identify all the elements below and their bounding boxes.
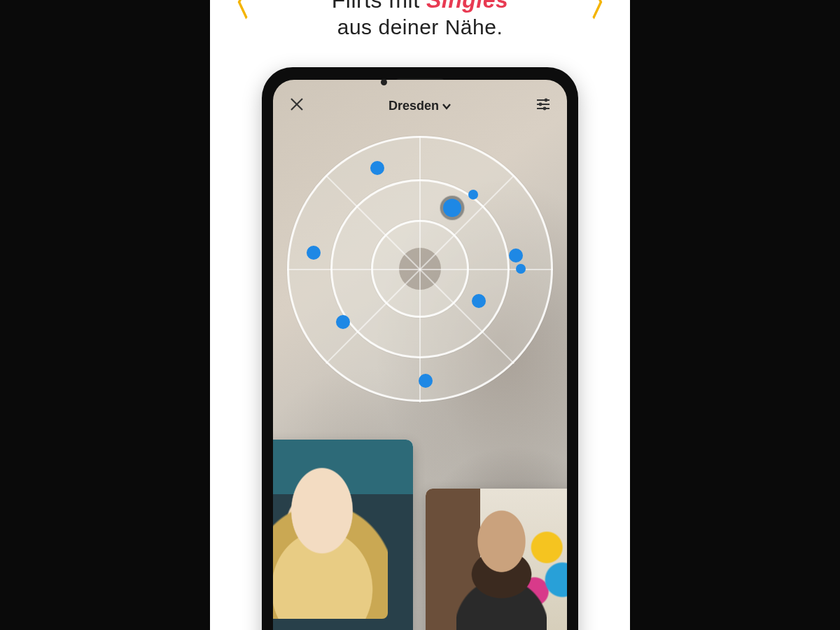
profile-card[interactable]: Elisa, 26 1.2km • Dresden, DE xyxy=(273,440,413,630)
svg-point-5 xyxy=(539,103,542,106)
close-button[interactable] xyxy=(288,96,305,115)
radar-dot[interactable] xyxy=(336,315,350,329)
headline-prefix: Flirts mit xyxy=(332,0,426,13)
chevron-right-icon xyxy=(590,0,604,28)
headline: Flirts mit Singles aus deiner Nähe. xyxy=(210,0,630,41)
chevron-left-icon xyxy=(236,0,250,28)
radar-dot[interactable] xyxy=(472,294,486,308)
close-icon xyxy=(288,103,305,115)
radar-dot[interactable] xyxy=(419,374,433,388)
headline-accent: Singles xyxy=(426,0,508,13)
radar-dot[interactable] xyxy=(509,248,523,262)
app-screen: Dresden xyxy=(273,80,567,630)
phone-frame: Dresden xyxy=(262,67,578,630)
headline-line1: Flirts mit Singles xyxy=(210,0,630,13)
radar-dot[interactable] xyxy=(307,246,321,260)
profile-cards: Elisa, 26 1.2km • Dresden, DE Basti, 27 xyxy=(273,426,567,630)
radar-spoke xyxy=(420,269,553,270)
top-bar: Dresden xyxy=(273,91,567,120)
radar-dot[interactable] xyxy=(516,264,526,274)
promo-panel: Flirts mit Singles aus deiner Nähe. Dres… xyxy=(210,0,630,630)
svg-point-3 xyxy=(545,99,548,102)
radar-spoke xyxy=(287,269,420,270)
carousel-next[interactable] xyxy=(590,0,604,27)
location-selector[interactable]: Dresden xyxy=(388,99,451,113)
filter-button[interactable] xyxy=(535,96,552,115)
profile-card[interactable]: Basti, 27 200m • Dresden, DE xyxy=(426,489,567,630)
radar-spoke xyxy=(419,136,421,270)
headline-line2: aus deiner Nähe. xyxy=(210,13,630,41)
radar-dot[interactable] xyxy=(443,199,461,217)
sliders-icon xyxy=(535,103,552,115)
location-label: Dresden xyxy=(388,99,439,113)
radar-dot[interactable] xyxy=(468,190,478,200)
svg-point-7 xyxy=(543,107,547,111)
radar-dot[interactable] xyxy=(370,161,384,175)
profile-photo xyxy=(273,440,413,630)
radar-view[interactable] xyxy=(287,136,553,402)
carousel-prev[interactable] xyxy=(236,0,250,27)
chevron-down-icon xyxy=(442,99,451,113)
profile-photo xyxy=(426,489,567,630)
